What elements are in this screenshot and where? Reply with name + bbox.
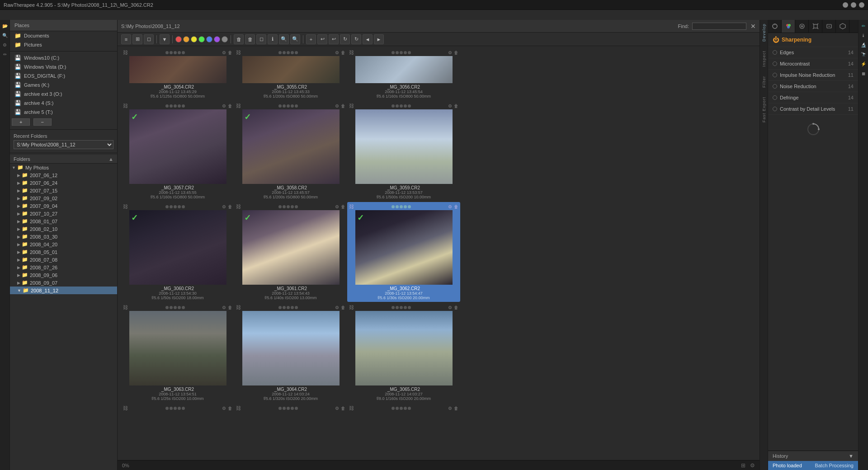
trash-cell-icon[interactable]: 🗑 (228, 204, 232, 209)
develop-tab-meta[interactable] (836, 20, 849, 33)
trash-cell-icon[interactable]: 🗑 (341, 103, 345, 108)
photo-cell-3064[interactable]: ⛓ ⚙ 🗑 (234, 303, 347, 403)
sidebar-item-archive5[interactable]: 💾 archive 5 (T:) (10, 108, 117, 117)
settings-icon[interactable]: ⚙ (335, 406, 339, 411)
close-button[interactable] (859, 2, 864, 8)
trash2-button[interactable]: 🗑 (245, 34, 255, 44)
photo-cell-bottom-2[interactable]: ⛓ ⚙ 🗑 (234, 404, 347, 414)
photo-cell-3058[interactable]: ⛓ ⚙ 🗑 (234, 101, 347, 201)
settings-icon[interactable]: ⚙ (222, 305, 226, 310)
photo-cell-3063[interactable]: ⛓ ⚙ 🗑 (121, 303, 234, 403)
tree-item-2008_07_26[interactable]: ▶ 📁 2008_07_26 (10, 263, 117, 271)
tree-item-2007_07_15[interactable]: ▶ 📁 2007_07_15 (10, 187, 117, 194)
tree-item-2007_06_12[interactable]: ▶ 📁 2007_06_12 (10, 171, 117, 179)
settings-icon[interactable]: ⚙ (335, 50, 339, 55)
develop-tab-detail[interactable] (795, 20, 809, 33)
settings-icon[interactable]: ⚙ (448, 305, 452, 310)
right-icon-detail[interactable]: 🔬 (859, 41, 868, 49)
tree-item-2007_10_27[interactable]: ▶ 📁 2007_10_27 (10, 210, 117, 217)
nav-undo2-button[interactable]: ↩ (329, 34, 339, 44)
recent-folders-select[interactable]: S:\My Photos\2008_11_12 (14, 140, 113, 149)
trash-button[interactable]: 🗑 (234, 34, 244, 44)
find-input[interactable] (692, 23, 746, 30)
sidebar-item-documents[interactable]: 📁 Documents (10, 31, 117, 40)
settings-icon[interactable]: ⚙ (448, 204, 452, 209)
panel-item-defringe[interactable]: Defringe 14 (768, 92, 858, 103)
settings-icon[interactable]: ⚙ (222, 50, 226, 55)
zoom-in-button[interactable]: 🔍 (290, 34, 300, 44)
copy-button[interactable]: ◻ (256, 34, 266, 44)
tree-item-2008_09_06[interactable]: ▶ 📁 2008_09_06 (10, 271, 117, 279)
tree-item-2008_01_07[interactable]: ▶ 📁 2008_01_07 (10, 217, 117, 225)
trash-cell-icon[interactable]: 🗑 (228, 305, 232, 310)
panel-item-contrast-detail[interactable]: Contrast by Detail Levels 11 (768, 103, 858, 115)
queue-icon[interactable]: ⚙ (1, 41, 9, 49)
sidebar-item-windows10[interactable]: 💾 Windows10 (C:) (10, 53, 117, 62)
nav-redo2-button[interactable]: ↻ (351, 34, 361, 44)
trash-cell-icon[interactable]: 🗑 (341, 204, 345, 209)
photo-cell-bottom-1[interactable]: ⛓ ⚙ 🗑 (121, 404, 234, 414)
color-label-4[interactable] (198, 36, 205, 42)
tree-item-2008_09_07[interactable]: ▶ 📁 2008_09_07 (10, 279, 117, 287)
color-label-5[interactable] (206, 36, 212, 42)
nav-redo1-button[interactable]: ↻ (340, 34, 350, 44)
right-icon-develop[interactable]: ✏ (859, 22, 868, 30)
tree-item-2008_03_30[interactable]: ▶ 📁 2008_03_30 (10, 233, 117, 240)
photo-cell-3065[interactable]: ⛓ ⚙ 🗑 (347, 303, 460, 403)
tree-item-myphotos[interactable]: ▼ 📁 My Photos (10, 164, 117, 171)
settings-icon[interactable]: ⚙ (335, 103, 339, 108)
develop-tab-transform[interactable] (809, 20, 822, 33)
minimize-button[interactable] (843, 2, 848, 8)
filter-button[interactable]: ▼ (160, 34, 170, 44)
sidebar-item-vistad[interactable]: 💾 Windows Vista (D:) (10, 62, 117, 71)
view-grid-button[interactable]: ⊞ (132, 34, 142, 44)
develop-tab-exposure[interactable] (768, 20, 782, 33)
panel-item-noise-reduction[interactable]: Noise Reduction 14 (768, 81, 858, 92)
trash-cell-icon[interactable]: 🗑 (454, 406, 458, 411)
sidebar-item-pictures[interactable]: 📁 Pictures (10, 40, 117, 49)
tree-item-2007_09_02[interactable]: ▶ 📁 2007_09_02 (10, 194, 117, 202)
view-list-button[interactable]: ≡ (121, 34, 131, 44)
trash-cell-icon[interactable]: 🗑 (228, 406, 232, 411)
search-icon[interactable]: 🔍 (1, 31, 9, 39)
trash-cell-icon[interactable]: 🗑 (454, 103, 458, 108)
history-collapse-icon[interactable]: ▼ (849, 453, 854, 459)
trash-cell-icon[interactable]: 🗑 (228, 50, 232, 55)
settings-icon[interactable]: ⚙ (448, 103, 452, 108)
settings-icon[interactable]: ⚙ (448, 406, 452, 411)
color-label-6[interactable] (214, 36, 220, 42)
photo-cell-3056[interactable]: ⛓ ⚙ 🗑 (347, 48, 460, 100)
panel-item-edges[interactable]: Edges 14 (768, 47, 858, 58)
sidebar-item-archive3[interactable]: 💾 archive ext 3 (O:) (10, 89, 117, 99)
color-label-1[interactable] (175, 36, 182, 42)
zoom-out-button[interactable]: 🔍 (279, 34, 289, 44)
right-icon-raw[interactable]: ⚡ (859, 60, 868, 68)
settings-icon[interactable]: ⚙ (222, 103, 226, 108)
tree-item-2008_11_12[interactable]: ▼ 📁 2008_11_12 (10, 287, 117, 294)
nav-prev-button[interactable]: ◄ (363, 34, 373, 44)
photo-cell-3062[interactable]: ⛓ ⚙ 🗑 (347, 202, 460, 302)
color-label-3[interactable] (191, 36, 197, 42)
trash-cell-icon[interactable]: 🗑 (341, 305, 345, 310)
photo-cell-3057[interactable]: ⛓ ⚙ 🗑 (121, 101, 234, 201)
photo-cell-3055[interactable]: ⛓ ⚙ 🗑 (234, 48, 347, 100)
panel-item-impulse-noise[interactable]: Impulse Noise Reduction 11 (768, 70, 858, 81)
history-row-photo-loaded[interactable]: Photo loaded Batch Processing (768, 461, 858, 470)
editor-icon[interactable]: ✏ (1, 50, 9, 58)
settings-icon[interactable]: ⚙ (222, 204, 226, 209)
photo-cell-3054[interactable]: ⛓ ⚙ 🗑 (121, 48, 234, 100)
status-icon-1[interactable]: ⊞ (741, 462, 745, 469)
tree-item-2007_09_04[interactable]: ▶ 📁 2007_09_04 (10, 202, 117, 210)
status-icon-2[interactable]: ⚙ (750, 462, 755, 469)
color-label-2[interactable] (183, 36, 189, 42)
trash-cell-icon[interactable]: 🗑 (341, 406, 345, 411)
tree-item-2007_06_24[interactable]: ▶ 📁 2007_06_24 (10, 179, 117, 187)
nav-next-button[interactable]: ► (374, 34, 384, 44)
trash-cell-icon[interactable]: 🗑 (454, 204, 458, 209)
close-path-button[interactable]: ✕ (750, 23, 756, 30)
trash-cell-icon[interactable]: 🗑 (341, 50, 345, 55)
right-icon-meta[interactable]: ◼ (859, 69, 868, 77)
develop-tab-raw[interactable] (822, 20, 836, 33)
add-folder-button[interactable]: + (306, 34, 316, 44)
develop-label[interactable]: Develop Inspect Filter Fast Export (760, 20, 768, 470)
